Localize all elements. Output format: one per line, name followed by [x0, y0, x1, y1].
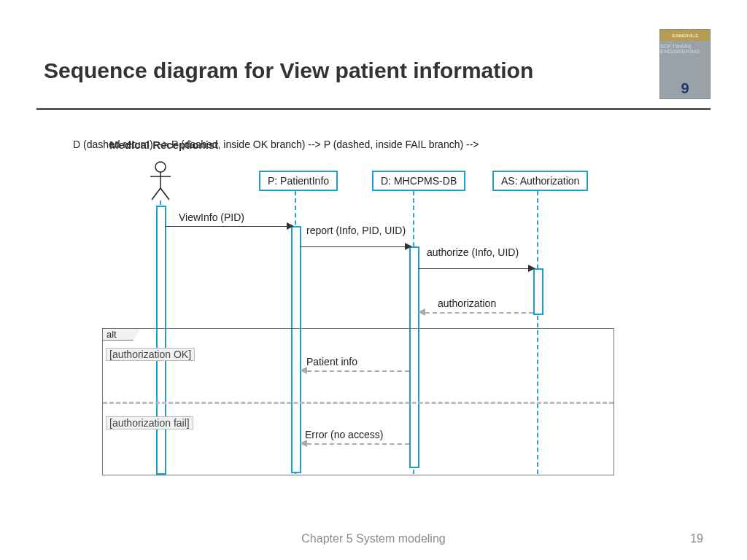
message-report-label: report (Info, PID, UID) — [306, 225, 409, 236]
book-series: SOMMERVILLE — [660, 30, 710, 41]
slide-title: Sequence diagram for View patient inform… — [44, 58, 533, 83]
sequence-diagram: Medical Receptionist P: PatientInfo D: M… — [73, 139, 635, 489]
page-number: 19 — [690, 532, 703, 545]
svg-point-0 — [155, 162, 166, 172]
activation-auth — [533, 268, 543, 315]
alt-fragment-tag: alt — [102, 328, 141, 341]
alt-fragment: alt [authorization OK] [authorization fa… — [102, 328, 614, 475]
message-authorize-label: authorize (Info, UID) — [427, 246, 529, 258]
svg-line-4 — [160, 188, 169, 200]
arrowhead-icon — [300, 440, 307, 447]
footer-chapter: Chapter 5 System modeling — [0, 532, 747, 545]
message-report-arrow — [300, 246, 406, 247]
book-cover-image: SOMMERVILLE SOFTWARE ENGINEERING 9 — [659, 29, 711, 99]
message-authorization-label: authorization — [438, 298, 496, 309]
arrowhead-icon — [418, 308, 425, 316]
arrowhead-icon — [528, 265, 535, 272]
alt-separator — [103, 402, 614, 404]
lifeline-head-mhcpms: D: MHCPMS-DB — [372, 171, 465, 191]
guard-authorization-fail: [authorization fail] — [106, 416, 193, 429]
book-title: SOFTWARE ENGINEERING — [660, 44, 710, 54]
svg-line-3 — [152, 188, 160, 200]
lifeline-head-auth: AS: Authorization — [492, 171, 588, 191]
message-authorize-arrow — [418, 268, 529, 269]
book-edition: 9 — [681, 80, 689, 98]
title-divider — [36, 108, 711, 110]
slide: Sequence diagram for View patient inform… — [0, 0, 747, 560]
actor-label: Medical Receptionist — [109, 139, 218, 151]
arrowhead-icon — [287, 222, 294, 230]
message-viewinfo-label: ViewInfo (PID) — [179, 211, 244, 223]
actor-icon — [146, 160, 175, 201]
message-error-arrow — [307, 443, 409, 445]
message-error-label: Error (no access) — [305, 429, 383, 440]
message-viewinfo-arrow — [165, 226, 287, 227]
message-patient-info-label: Patient info — [306, 356, 357, 368]
message-patient-info-arrow — [307, 370, 409, 372]
arrowhead-icon — [405, 243, 412, 250]
lifeline-head-patientinfo: P: PatientInfo — [259, 171, 338, 191]
arrowhead-icon — [300, 367, 307, 374]
message-authorization-arrow — [425, 312, 533, 314]
guard-authorization-ok: [authorization OK] — [106, 348, 195, 361]
